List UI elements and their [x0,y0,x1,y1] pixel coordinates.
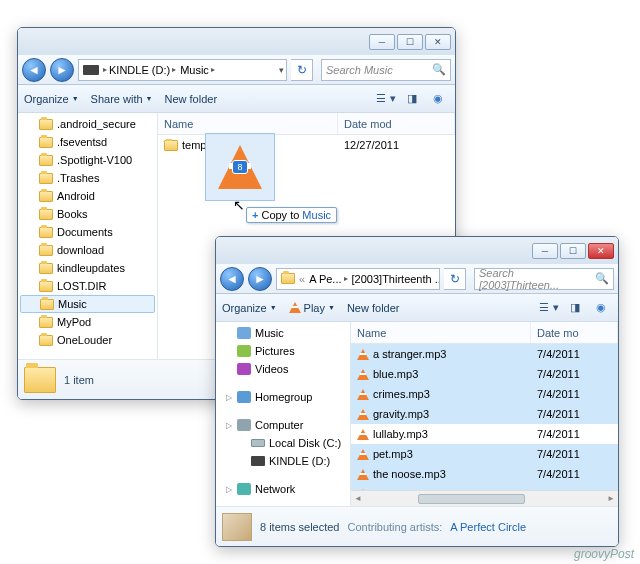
search-icon: 🔍 [432,63,446,76]
col-name: Name [158,113,338,134]
organize-menu[interactable]: Organize▼ [24,93,79,105]
breadcrumb: A Pe...▸ [307,273,349,285]
search-input[interactable]: Search [2003]Thirteen... 🔍 [474,268,614,290]
nav-forward-button[interactable]: ► [50,58,74,82]
titlebar[interactable]: ─ ☐ ✕ [216,237,618,264]
tree-drive-kindle[interactable]: KINDLE (D:) [216,452,350,470]
view-button[interactable]: ☰ ▾ [375,89,397,109]
column-headers[interactable]: Name Date mod [158,113,455,135]
file-list: Name Date mo a stranger.mp37/4/2011blue.… [351,322,618,506]
list-item[interactable]: blue.mp37/4/2011 [351,364,618,384]
breadcrumb: [2003]Thirteenth ...▸ [350,273,440,285]
preview-pane-button[interactable]: ◨ [401,89,423,109]
navbar: ◄ ► « A Pe...▸ [2003]Thirteenth ...▸ ▾ ↻… [216,264,618,294]
address-bar[interactable]: « A Pe...▸ [2003]Thirteenth ...▸ ▾ [276,268,440,290]
column-headers[interactable]: Name Date mo [351,322,618,344]
refresh-button[interactable]: ↻ [291,59,313,81]
status-count: 8 items selected [260,521,339,533]
nav-tree[interactable]: Music Pictures Videos ▷Homegroup ▷Comput… [216,322,351,506]
help-button[interactable]: ◉ [590,298,612,318]
titlebar[interactable]: ─ ☐ ✕ [18,28,455,55]
col-name: Name [351,322,531,343]
view-button[interactable]: ☰ ▾ [538,298,560,318]
search-icon: 🔍 [595,272,609,285]
explorer-window-front: ─ ☐ ✕ ◄ ► « A Pe...▸ [2003]Thirteenth ..… [215,236,619,547]
horizontal-scrollbar[interactable]: ◄► [351,490,618,506]
close-button[interactable]: ✕ [425,34,451,50]
tree-folder[interactable]: .fseventsd [18,133,157,151]
refresh-button[interactable]: ↻ [444,268,466,290]
tree-folder[interactable]: .Spotlight-V100 [18,151,157,169]
new-folder-button[interactable]: New folder [165,93,218,105]
nav-back-button[interactable]: ◄ [220,267,244,291]
dropdown-icon[interactable]: ▾ [279,65,284,75]
tree-folder[interactable]: Documents [18,223,157,241]
status-label: Contributing artists: [347,521,442,533]
col-date: Date mod [338,113,455,134]
plus-icon: + [252,209,258,221]
folder-icon [281,273,295,284]
play-button[interactable]: Play▼ [289,302,335,314]
toolbar: Organize▼ Share with▼ New folder ☰ ▾ ◨ ◉ [18,85,455,113]
status-text: 1 item [64,374,94,386]
breadcrumb: ▸KINDLE (D:)▸ [101,64,178,76]
share-menu[interactable]: Share with▼ [91,93,153,105]
search-input[interactable]: Search Music 🔍 [321,59,451,81]
tree-drive-c[interactable]: Local Disk (C:) [216,434,350,452]
status-artist: A Perfect Circle [450,521,526,533]
list-item[interactable]: lullaby.mp37/4/2011 [351,424,618,444]
list-item[interactable]: pet.mp37/4/2011 [351,444,618,464]
nav-forward-button[interactable]: ► [248,267,272,291]
list-item[interactable]: a stranger.mp37/4/2011 [351,344,618,364]
help-button[interactable]: ◉ [427,89,449,109]
tree-folder[interactable]: MyPod [18,313,157,331]
tree-computer[interactable]: ▷Computer [216,416,350,434]
organize-menu[interactable]: Organize▼ [222,302,277,314]
drive-icon [83,65,99,75]
list-item[interactable]: the noose.mp37/4/2011 [351,464,618,484]
preview-pane-button[interactable]: ◨ [564,298,586,318]
tree-folder[interactable]: Android [18,187,157,205]
tree-library-pictures[interactable]: Pictures [216,342,350,360]
list-item[interactable]: crimes.mp37/4/2011 [351,384,618,404]
tree-folder[interactable]: LOST.DIR [18,277,157,295]
list-item[interactable]: temp12/27/2011 [158,135,455,155]
tree-folder[interactable]: .Trashes [18,169,157,187]
tree-library-videos[interactable]: Videos [216,360,350,378]
tree-folder[interactable]: Music [20,295,155,313]
vlc-cone-icon [289,302,301,313]
nav-back-button[interactable]: ◄ [22,58,46,82]
minimize-button[interactable]: ─ [532,243,558,259]
tree-folder[interactable]: Books [18,205,157,223]
maximize-button[interactable]: ☐ [397,34,423,50]
status-bar: 8 items selected Contributing artists: A… [216,506,618,546]
tree-network[interactable]: ▷Network [216,480,350,498]
tree-library-music[interactable]: Music [216,324,350,342]
folder-tree[interactable]: .android_secure.fseventsd.Spotlight-V100… [18,113,158,359]
list-item[interactable]: the nurse who loved me.mp37/4/2011 [351,484,618,490]
album-art-icon [222,513,252,541]
address-bar[interactable]: ▸KINDLE (D:)▸ Music▸ ▾ [78,59,287,81]
tree-folder[interactable]: kindleupdates [18,259,157,277]
tree-folder[interactable]: OneLouder [18,331,157,349]
tree-folder[interactable]: .android_secure [18,115,157,133]
drop-hint: + Copy to Music [246,207,337,223]
watermark: groovyPost [574,547,634,561]
tree-homegroup[interactable]: ▷Homegroup [216,388,350,406]
folder-icon [24,367,56,393]
breadcrumb: Music▸ [178,64,217,76]
breadcrumb: « [297,273,307,285]
maximize-button[interactable]: ☐ [560,243,586,259]
new-folder-button[interactable]: New folder [347,302,400,314]
navbar: ◄ ► ▸KINDLE (D:)▸ Music▸ ▾ ↻ Search Musi… [18,55,455,85]
close-button[interactable]: ✕ [588,243,614,259]
toolbar: Organize▼ Play▼ New folder ☰ ▾ ◨ ◉ [216,294,618,322]
col-date: Date mo [531,322,618,343]
minimize-button[interactable]: ─ [369,34,395,50]
tree-folder[interactable]: download [18,241,157,259]
list-item[interactable]: gravity.mp37/4/2011 [351,404,618,424]
